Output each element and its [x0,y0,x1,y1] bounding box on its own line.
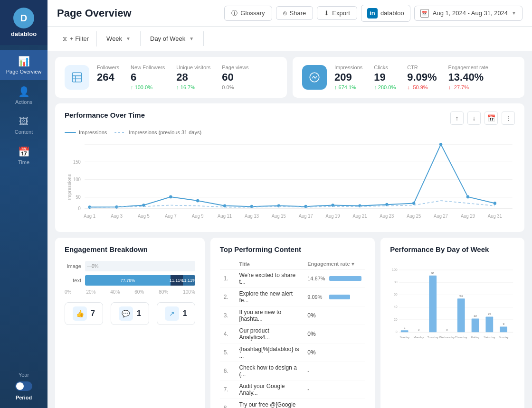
svg-text:Friday: Friday [471,335,480,339]
metrics-values-1: Followers 264 New Followers 6 ↑ 100.0% U… [97,65,277,90]
image-bar-track: —0% [85,261,195,271]
rate-cell: 0% [304,325,365,343]
sidebar-item-content[interactable]: 🖼 Content [0,111,48,140]
period-toggle[interactable] [15,381,32,391]
sidebar-bottom: Year Period [15,372,32,408]
svg-text:0: 0 [396,330,398,334]
bar-saturday [486,316,494,332]
day-performance-card: Performance By Day of Week 0 20 40 60 80… [380,238,524,408]
top-content-title: Top Performing Content [220,245,366,253]
image-bar-empty: —0% [85,261,195,271]
top-content-card: Top Performing Content Title Engagement … [210,238,375,408]
rate-cell: - [304,380,365,399]
rate-cell: - [304,399,365,408]
metric-impressions: Impressions 209 ↑ 674.1% [334,65,362,90]
svg-text:Aug 3: Aug 3 [111,213,123,219]
svg-text:Thursday: Thursday [455,335,467,339]
metrics-icon-1 [65,65,89,90]
comments-item: 💬 1 [111,302,149,325]
svg-text:Aug 29: Aug 29 [461,213,475,219]
metrics-row: Followers 264 New Followers 6 ↑ 100.0% U… [55,57,524,98]
svg-text:100: 100 [392,268,398,271]
title-cell: We're excited to share t... [235,269,304,288]
linkedin-badge: in databloo [361,5,410,22]
logo-icon: D [13,8,34,28]
shares-icon: ↗ [165,306,179,321]
sidebar-item-page-overview[interactable]: 📊 Page Overview [0,50,48,80]
bar-axis: 0% 20% 40% 60% 80% 100% [65,289,195,295]
svg-text:Aug 17: Aug 17 [299,213,313,219]
glossary-icon: ⓘ [231,9,238,18]
share-icon: ⎋ [283,9,287,17]
shares-item: ↗ 1 [157,302,195,325]
filterbar: ⧖ + Filter Week ▼ Day of Week ▼ [48,27,532,51]
rate-cell: 9.09% [304,288,365,306]
filter-icon: ⧖ [63,35,67,43]
metric-followers: Followers 264 [97,65,119,90]
download-icon[interactable]: ↓ [467,111,481,125]
day-of-week-filter[interactable]: Day of Week ▼ [141,31,204,46]
svg-text:22: 22 [474,314,477,317]
metric-page-views: Page views 60 0.0% [222,65,248,90]
rank-cell: 4. [220,325,236,343]
bottom-row: Engagement Breakdown image —0% text [55,238,524,408]
page-overview-icon: 📊 [18,56,30,67]
date-range-picker[interactable]: 📅 Aug 1, 2024 - Aug 31, 2024 ▼ [414,6,522,21]
svg-text:9: 9 [503,322,505,325]
filter-button[interactable]: ⧖ + Filter [55,31,97,46]
image-label: image [65,263,81,269]
toggle-switch[interactable] [15,381,32,391]
svg-point-28 [439,143,442,146]
table-row: 2.Explore the new alert fe...9.09% [220,288,366,306]
title-cell: Check how to design a (... [235,362,304,380]
title-cell: Try our free @[Google A... [235,399,304,408]
rank-cell: 5. [220,343,236,362]
rank-cell: 3. [220,306,236,325]
table-row: 5.{hashtag[%]databloo} is ...0% [220,343,366,362]
bar-sunday-2 [500,326,507,332]
svg-text:Aug 5: Aug 5 [138,213,150,219]
sidebar-item-label: Content [15,129,33,135]
legend-impressions: Impressions [65,130,107,135]
sidebar-item-actions[interactable]: 👤 Actions [0,80,48,111]
more-options-icon[interactable]: ⋮ [502,111,515,125]
sidebar-item-time[interactable]: 📅 Time [0,140,48,171]
table-row: 4.Our product Analytics4...0% [220,325,366,343]
share-button[interactable]: ⎋ Share [276,6,314,20]
svg-text:0: 0 [78,205,81,211]
week-filter[interactable]: Week ▼ [97,31,141,46]
rate-cell: - [304,362,365,380]
svg-point-15 [88,205,91,209]
svg-text:Aug 13: Aug 13 [245,213,259,219]
app-name: databloo [11,30,37,37]
table-row: 3.If you are new to [hashta...0% [220,306,366,325]
chevron-down-icon: ▼ [189,36,194,41]
top-content-table: Title Engagement rate ▾ 1.We're excited … [220,259,366,408]
svg-text:Aug 25: Aug 25 [407,213,421,219]
table-row: 8.Try our free @[Google A...- [220,399,366,408]
time-icon: 📅 [18,146,30,158]
svg-text:50: 50 [76,195,81,200]
svg-point-25 [358,204,361,207]
svg-text:Aug 1: Aug 1 [84,213,95,219]
svg-text:60: 60 [394,293,398,296]
segment-2: 11.11% [171,275,183,286]
svg-point-27 [412,202,415,205]
sidebar-logo: D databloo [0,0,48,45]
upload-icon[interactable]: ↑ [450,111,464,125]
export-icon: ⬇ [324,9,329,17]
svg-text:Aug 23: Aug 23 [380,213,394,219]
svg-text:0: 0 [418,328,420,331]
segment-3: 11.11% [183,275,195,286]
export-button[interactable]: ⬇ Export [317,6,357,20]
metrics-card-1: Followers 264 New Followers 6 ↑ 100.0% U… [55,57,287,98]
svg-text:25: 25 [488,312,491,315]
svg-point-29 [466,195,469,199]
rank-cell: 1. [220,269,236,288]
glossary-button[interactable]: ⓘ Glossary [224,6,272,21]
calendar-chart-icon[interactable]: 📅 [484,111,498,125]
svg-text:Saturday: Saturday [484,335,495,339]
rate-cell: 0% [304,306,365,325]
col-engagement[interactable]: Engagement rate ▾ [304,259,365,269]
chart-title: Performance Over Time [65,111,145,119]
